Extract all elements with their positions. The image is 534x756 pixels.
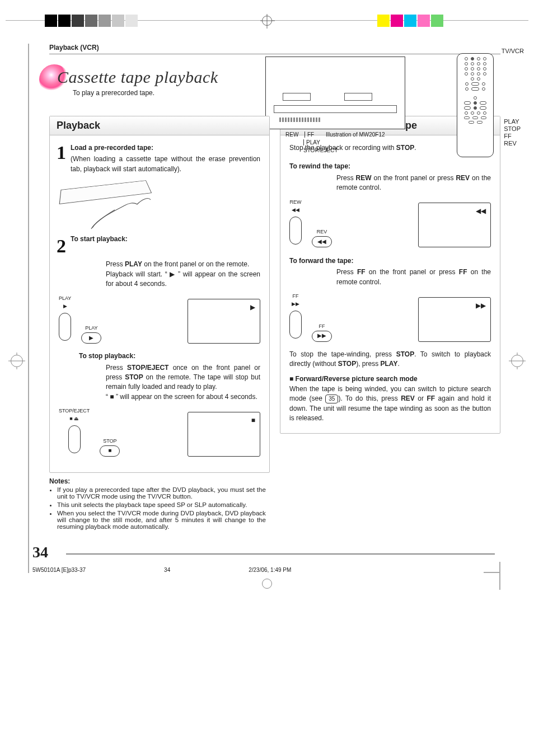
note-3: When you select the TV/VCR mode during D… — [57, 510, 266, 530]
playback-panel: Playback 1 Load a pre-recorded tape: (Wh… — [49, 116, 270, 473]
front-stop-button-icon — [68, 425, 81, 453]
front-rew-label: REW — [285, 132, 298, 138]
device-illustration: REW FF PLAY STOP/EJECT Illustration of M… — [265, 57, 500, 129]
step1-title: Load a pre-recorded tape: — [59, 143, 260, 153]
forward-title: To forward the tape: — [289, 256, 491, 266]
front-ff-label: FF — [305, 132, 314, 138]
remote-stop-label: STOP — [504, 125, 521, 133]
rew-btn-bot: ◀◀ — [289, 206, 302, 214]
remote-stop-btn-top: STOP — [100, 438, 120, 445]
remote-play-button-icon: ▶ — [81, 332, 101, 344]
stop-p1: Press STOP/EJECT once on the front panel… — [106, 363, 260, 392]
remote-ff-button-icon: ▶▶ — [312, 331, 332, 342]
front-rew-button-icon — [289, 217, 302, 245]
step-2-number: 2 — [57, 232, 66, 260]
registration-mark-bottom — [262, 579, 272, 589]
playback-heading: Playback — [50, 116, 269, 135]
footer-info: 5W50101A [E]p33-37 34 2/23/06, 1:49 PM — [32, 567, 500, 573]
step2-line1: Press PLAY on the front panel or on the … — [106, 260, 260, 269]
ff-btn-top: FF — [289, 293, 302, 300]
screen-play-icon: ▶ — [188, 299, 260, 344]
ff-btn-bot: ▶▶ — [289, 300, 302, 308]
registration-mark-right — [509, 353, 526, 369]
step1-body: (When loading a cassette tape without th… — [59, 154, 260, 174]
screen-ff-icon: ▶▶ — [418, 297, 491, 342]
remote-rev-label: REV — [504, 140, 521, 147]
remote-ff-label: FF — [504, 133, 521, 140]
remote-play-btn-top: PLAY — [81, 325, 101, 332]
rewind-forward-panel: Rewind or forward the tape Stop the play… — [280, 116, 500, 434]
front-stop-label: STOP/EJECT — [303, 147, 338, 153]
rew-btn-top: REW — [289, 199, 302, 206]
note-2: This unit selects the playback tape spee… — [57, 501, 266, 508]
remote-rev-button-icon: ◀◀ — [312, 236, 332, 247]
header-rule — [49, 54, 500, 54]
remote-rev-top: REV — [312, 228, 332, 236]
step2-line2: Playback will start. “ ▶ ” will appear o… — [106, 270, 260, 289]
stop-p2: “ ■ ” will appear on the screen for abou… — [106, 392, 260, 402]
notes-heading: Notes: — [49, 477, 266, 485]
page-number: 34 — [32, 543, 500, 561]
registration-mark-icon — [262, 16, 272, 26]
front-ff-button-icon — [289, 311, 302, 339]
footer-file: 5W50101A [E]p33-37 — [32, 567, 86, 573]
page-title: Cassette tape playback — [57, 68, 218, 87]
section-header: Playback (VCR) — [49, 44, 500, 51]
footer-date: 2/23/06, 1:49 PM — [249, 567, 291, 573]
forward-body: Press FF on the front panel or press FF … — [336, 267, 491, 287]
remote-ff-top: FF — [312, 323, 332, 330]
stop-winding-text: To stop the tape-winding, press STOP. To… — [289, 350, 491, 369]
remote-tvvcr-label: TV/VCR — [502, 48, 524, 54]
screen-stop-icon: ■ — [188, 412, 260, 457]
page-ref-35: 35 — [325, 395, 338, 403]
registration-mark-left — [8, 353, 25, 369]
stop-title: To stop playback: — [79, 351, 260, 361]
step2-title: To start playback: — [59, 234, 260, 244]
remote-stop-button-icon: ■ — [100, 445, 120, 457]
search-mode-body: When the tape is being winded, you can s… — [289, 384, 491, 424]
screen-rew-icon: ◀◀ — [418, 203, 491, 247]
rewind-body: Press REW on the front panel or press RE… — [336, 173, 491, 193]
page-subtitle: To play a prerecorded tape. — [73, 89, 154, 97]
illustration-caption: Illustration of MW20F12 — [326, 132, 385, 138]
note-1: If you play a prerecorded tape after the… — [57, 486, 266, 500]
step-1-number: 1 — [57, 139, 66, 166]
footer-pg: 34 — [164, 567, 170, 573]
load-tape-illustration — [59, 180, 154, 230]
front-play-label: PLAY — [303, 139, 320, 145]
stop-btn-label-bot: ■ ⏏ — [59, 415, 90, 422]
front-play-button-icon — [59, 313, 71, 341]
play-btn-label-top: PLAY — [59, 295, 71, 302]
remote-illustration — [457, 53, 494, 157]
stop-btn-label-top: STOP/EJECT — [59, 407, 90, 415]
play-btn-label-bot: ▶ — [59, 303, 71, 310]
rewind-title: To rewind the tape: — [289, 162, 491, 171]
search-mode-head: ■ Forward/Reverse picture search mode — [289, 374, 491, 384]
remote-play-label: PLAY — [504, 118, 521, 125]
print-color-bar — [6, 11, 528, 31]
notes-list: If you play a prerecorded tape after the… — [49, 486, 266, 530]
